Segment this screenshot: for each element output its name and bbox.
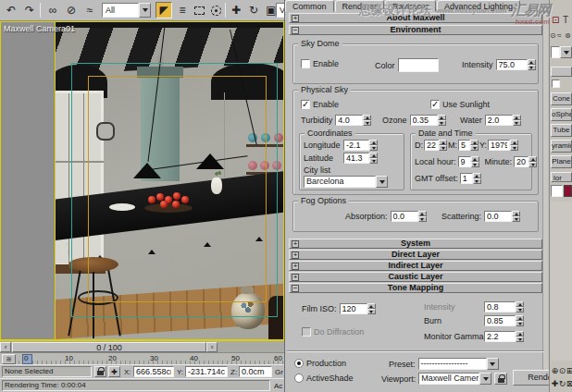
expand-icon[interactable]: +	[292, 251, 299, 259]
spinner-arrows[interactable]	[470, 140, 479, 151]
expand-icon[interactable]: +	[292, 263, 299, 270]
tube-button[interactable]: Tube	[551, 124, 572, 137]
absorption-field[interactable]	[391, 211, 418, 222]
track-bar[interactable]: ≋ 0 10 20 30 40 50 60	[0, 352, 284, 364]
panel-icon-3[interactable]: ⊛	[565, 31, 571, 40]
spinner-arrows[interactable]	[473, 173, 481, 184]
turbidity-field[interactable]	[335, 115, 363, 126]
expand-icon[interactable]: +	[292, 240, 299, 248]
dialog-scrollbar[interactable]	[542, 13, 548, 379]
redo-icon[interactable]: ↷	[21, 2, 38, 18]
autogrid-checkbox-partial[interactable]	[552, 80, 560, 88]
year-field[interactable]	[488, 140, 510, 151]
tm-intensity-field[interactable]	[484, 301, 516, 312]
object-color-swatch[interactable]	[564, 185, 572, 197]
spinner-arrows[interactable]	[516, 331, 524, 342]
spinner-arrows[interactable]	[513, 115, 521, 126]
selection-filter-value[interactable]: All	[102, 3, 139, 18]
film-iso-field[interactable]	[340, 303, 367, 314]
camera-viewport[interactable]: Maxwell Camera01	[0, 21, 284, 340]
select-object-button[interactable]: ◤	[155, 2, 172, 18]
spinner-arrows[interactable]	[471, 156, 479, 167]
select-and-link-icon[interactable]: ∞	[44, 2, 61, 18]
selection-filter-dropdown[interactable]: All	[102, 3, 151, 18]
absolute-mode-button[interactable]: ✚	[108, 366, 120, 377]
production-radio[interactable]	[294, 359, 304, 368]
selection-lock-button[interactable]	[94, 366, 106, 377]
x-coord-field[interactable]	[133, 366, 174, 377]
material-editor-icon[interactable]: ⊡	[552, 15, 559, 25]
rectangular-selection-region-icon[interactable]	[191, 2, 207, 18]
expand-icon[interactable]: +	[292, 274, 299, 281]
dropdown-arrow-icon[interactable]	[487, 358, 499, 370]
physical-sky-enable-checkbox[interactable]	[301, 100, 310, 109]
spinner-arrows[interactable]	[516, 315, 524, 326]
tab-common[interactable]: Common	[285, 0, 334, 12]
y-coord-field[interactable]	[185, 366, 228, 377]
viewport-lock-button[interactable]	[494, 373, 507, 385]
object-name-field-partial[interactable]	[551, 185, 563, 197]
expand-icon[interactable]: +	[292, 15, 299, 22]
sky-dome-intensity-field[interactable]	[496, 59, 528, 70]
window-crossing-icon[interactable]	[207, 2, 224, 18]
city-dropdown[interactable]: Barcelona	[304, 176, 388, 188]
rollout-environment[interactable]: − Environment	[289, 25, 542, 35]
select-and-rotate-icon[interactable]: ↻	[245, 2, 262, 18]
water-field[interactable]	[485, 115, 513, 126]
tab-advanced-lighting[interactable]: Advanced Lighting	[437, 0, 520, 12]
select-and-move-icon[interactable]: ✚	[228, 2, 244, 18]
zoom-extents-icon[interactable]: ⊞	[565, 365, 572, 375]
unlink-selection-icon[interactable]: ⊘	[63, 2, 80, 18]
panel-icon-1[interactable]: ⊙	[550, 31, 556, 40]
rollout-indirect-layer[interactable]: + Indirect Layer	[289, 261, 542, 271]
ozone-field[interactable]	[410, 115, 438, 126]
text-tool-icon[interactable]: T	[563, 15, 568, 25]
monitor-gamma-field[interactable]	[484, 331, 516, 342]
rollout-direct-layer[interactable]: + Direct Layer	[289, 250, 542, 260]
spinner-arrows[interactable]	[438, 115, 446, 126]
rollout-system[interactable]: + System	[289, 239, 542, 249]
viewport-camera-label[interactable]: Maxwell Camera01	[4, 24, 75, 33]
previous-frame-button[interactable]: ‹	[0, 342, 11, 352]
do-diffraction-checkbox[interactable]	[302, 327, 311, 337]
spinner-arrows[interactable]	[418, 211, 427, 222]
maximize-viewport-icon[interactable]: ⊠	[565, 378, 572, 388]
next-frame-button[interactable]: ›	[206, 342, 218, 352]
tab-raytracer[interactable]: Raytracer	[385, 0, 436, 12]
rollout-tone-mapping[interactable]: − Tone Mapping	[289, 283, 542, 293]
tab-renderer[interactable]: Renderer	[335, 0, 385, 12]
dropdown-arrow-icon[interactable]	[479, 373, 491, 385]
cone-button[interactable]: Cone	[551, 92, 572, 105]
gmt-offset-field[interactable]	[460, 173, 473, 184]
month-field[interactable]	[458, 140, 470, 151]
preset-dropdown[interactable]: -----------------	[418, 358, 499, 370]
spinner-arrows[interactable]	[439, 140, 447, 151]
day-field[interactable]	[424, 140, 439, 151]
object-category-dropdown[interactable]	[551, 46, 572, 58]
time-slider-handle[interactable]: 0 / 100	[12, 342, 206, 352]
collapse-icon[interactable]: −	[292, 27, 299, 34]
viewport-dropdown[interactable]: Maxwell Camera	[418, 373, 491, 385]
dropdown-arrow-icon[interactable]	[139, 3, 151, 18]
spinner-arrows[interactable]	[363, 115, 371, 126]
spinner-arrows[interactable]	[510, 140, 518, 151]
spinner-arrows[interactable]	[369, 153, 378, 164]
rollout-about-maxwell[interactable]: + About Maxwell	[289, 13, 542, 23]
plane-button[interactable]: Plane	[551, 155, 572, 168]
name-color-rollout-partial[interactable]: lor	[551, 172, 572, 182]
preset-value[interactable]: -----------------	[418, 358, 487, 370]
spinner-arrows[interactable]	[512, 211, 520, 222]
minute-field[interactable]	[514, 156, 528, 167]
time-slider[interactable]: ‹ 0 / 100 ›	[0, 340, 284, 352]
bind-to-spacewarp-icon[interactable]: ≈	[81, 2, 98, 18]
city-value[interactable]: Barcelona	[304, 176, 376, 188]
dropdown-arrow-icon[interactable]	[376, 176, 388, 188]
longitude-field[interactable]	[343, 140, 369, 151]
spinner-arrows[interactable]	[528, 59, 536, 70]
select-by-name-icon[interactable]: ≡	[174, 2, 191, 18]
pyramid-button[interactable]: yramid	[551, 140, 572, 153]
viewport-value[interactable]: Maxwell Camera	[418, 373, 479, 385]
spinner-arrows[interactable]	[516, 301, 524, 312]
scattering-field[interactable]	[484, 211, 512, 222]
undo-icon[interactable]: ↶	[3, 2, 19, 18]
